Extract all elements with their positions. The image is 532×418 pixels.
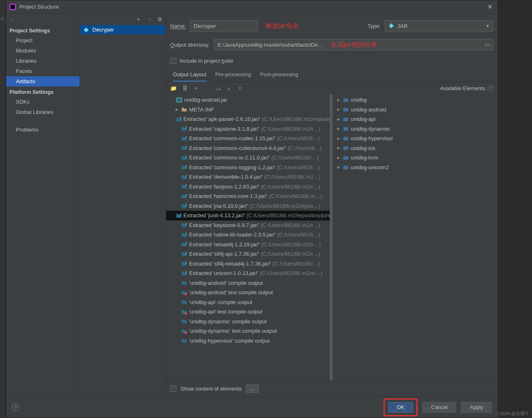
layout-node[interactable]: unidbg-android.jar <box>166 95 333 105</box>
layout-node[interactable]: Extracted 'unicorn-1.0.13.jar/' (C:/User… <box>166 268 333 278</box>
available-node[interactable]: ▶unidbg-kvm <box>333 153 498 163</box>
layout-node[interactable]: Extracted 'native-lib-loader-2.3.5.jar/'… <box>166 230 333 240</box>
available-node[interactable]: ▶unidbg-hypervisor <box>333 134 498 143</box>
nav-item-global-libraries[interactable]: Global Libraries <box>6 107 80 117</box>
node-label: unidbg-api <box>351 116 376 122</box>
cancel-button[interactable]: Cancel <box>422 402 456 413</box>
expand-icon[interactable]: ▶ <box>336 127 341 131</box>
expand-icon[interactable]: ▶ <box>336 98 341 102</box>
layout-node[interactable]: 'unidbg-dynarmic' compile output <box>166 317 333 327</box>
move-up-icon[interactable]: ▲ <box>226 85 232 91</box>
layout-node[interactable]: Extracted 'reload4j-1.2.19.jar/' (C:/Use… <box>166 240 333 250</box>
node-label: 'unidbg-android' test compile output <box>189 289 273 295</box>
tab-output-layout[interactable]: Output Layout <box>173 71 206 82</box>
copy-icon[interactable]: ⧉ <box>158 16 162 23</box>
layout-node[interactable]: Extracted 'commons-codec-1.15.jar/' (C:/… <box>166 134 333 143</box>
expand-icon[interactable]: ▶ <box>336 117 341 121</box>
artifacts-toolbar: ＋ － ⧉ <box>80 14 166 25</box>
layout-node[interactable]: Extracted 'keystone-0.9.7.jar/' (C:/User… <box>166 220 333 230</box>
artifact-item[interactable]: Decryper <box>80 25 166 34</box>
available-node[interactable]: ▶unidbg-android <box>333 105 498 115</box>
available-node[interactable]: ▶unidbg-unicorn2 <box>333 163 498 173</box>
outdir-field[interactable]: E:\JavaApp\unidbg-master\out\artifacts\D… <box>214 39 493 50</box>
nav-forward-icon[interactable]: → <box>20 16 25 23</box>
output-layout-tree[interactable]: unidbg-android.jar▶META-INFExtracted 'ap… <box>166 94 333 381</box>
dir2-icon <box>181 290 187 295</box>
new-archive-icon[interactable]: 🗄 <box>183 85 188 91</box>
remove-item-icon[interactable]: － <box>205 84 210 92</box>
sort-icon[interactable]: ↓ₐ <box>216 85 221 91</box>
project-structure-dialog: Project Structure ✕ ← → Project Settings… <box>6 0 498 418</box>
expand-icon[interactable]: ▶ <box>336 146 341 150</box>
annotation-outdir: 生成jar包的目录 <box>331 41 377 49</box>
layout-node[interactable]: 'unidbg-api' compile output <box>166 298 333 307</box>
show-content-checkbox[interactable] <box>170 386 176 392</box>
layout-node[interactable]: Extracted 'jna-5.10.0.jar/' (C:/Users/86… <box>166 201 333 211</box>
node-path: (C:/Users/86188/.m2/re…) <box>260 270 322 276</box>
close-icon[interactable]: ✕ <box>486 3 494 11</box>
layout-node[interactable]: 'unidbg-dynarmic' test compile output <box>166 326 333 336</box>
layout-node[interactable]: 'unidbg-android' compile output <box>166 278 333 288</box>
tab-post-processing[interactable]: Post-processing <box>260 71 298 82</box>
expand-icon[interactable]: ▶ <box>336 165 341 169</box>
layout-node[interactable]: 'unidbg-hypervisor' compile output <box>166 336 333 346</box>
layout-node[interactable]: Extracted 'hamcrest-core-1.3.jar/' (C:/U… <box>166 191 333 201</box>
layout-node[interactable]: Extracted 'junit-4.13.2.jar/' (C:/Users/… <box>166 211 333 220</box>
expand-icon[interactable]: ▶ <box>336 136 341 141</box>
nav-item-modules[interactable]: Modules <box>6 45 80 56</box>
nav-item-libraries[interactable]: Libraries <box>6 56 80 66</box>
layout-node[interactable]: ▶META-INF <box>166 105 333 115</box>
nav-item-artifacts[interactable]: Artifacts <box>6 76 80 86</box>
show-content-ellipsis[interactable]: … <box>246 384 259 393</box>
available-node[interactable]: ▶unidbg-api <box>333 114 498 124</box>
move-down-icon[interactable]: ▼ <box>237 85 242 91</box>
layout-node[interactable]: Extracted 'slf4j-reload4j-1.7.36.jar/' (… <box>166 259 333 269</box>
help-button[interactable]: ? <box>12 404 19 411</box>
svg-point-5 <box>185 293 187 295</box>
nav-back-icon[interactable]: ← <box>9 16 15 23</box>
nav-item-project[interactable]: Project <box>6 35 80 45</box>
name-input[interactable] <box>190 20 258 32</box>
layout-node[interactable]: 'unidbg-api' test compile output <box>166 307 333 317</box>
expand-icon[interactable]: ▶ <box>336 107 341 111</box>
nav-item-facets[interactable]: Facets <box>6 66 80 76</box>
available-elements-tree[interactable]: ▶unidbg▶unidbg-android▶unidbg-api▶unidbg… <box>333 94 498 381</box>
nav-item-problems[interactable]: Problems <box>6 125 80 135</box>
browse-icon[interactable]: 🗁 <box>485 42 490 48</box>
annotation-name: 修改jar包名 <box>265 22 299 30</box>
remove-icon[interactable]: － <box>147 16 152 23</box>
ok-button[interactable]: OK <box>388 402 413 413</box>
available-node[interactable]: ▶unidbg-dynarmic <box>333 124 498 134</box>
layout-node[interactable]: Extracted 'capstone-3.1.8.jar/' (C:/User… <box>166 124 333 134</box>
help-available-icon[interactable]: ? <box>488 85 493 91</box>
dir-icon <box>181 299 187 305</box>
nav-item-sdks[interactable]: SDKs <box>6 97 80 107</box>
ext-icon <box>181 136 187 141</box>
include-build-checkbox[interactable] <box>170 58 176 64</box>
available-node[interactable]: ▶unidbg <box>333 95 498 105</box>
svg-rect-15 <box>343 166 348 169</box>
layout-node[interactable]: Extracted 'commons-collections4-4.4.jar/… <box>166 143 333 153</box>
nav-section-project: Project Settings <box>6 25 80 35</box>
layout-node[interactable]: Extracted 'commons-logging-1.2.jar/' (C:… <box>166 163 333 173</box>
node-label: Extracted 'slf4j-reload4j-1.7.36.jar/' <box>189 261 271 267</box>
node-path: (C:/Users/86188/.m2/r…) <box>261 126 320 132</box>
tab-pre-processing[interactable]: Pre-processing <box>215 71 251 82</box>
node-label: 'unidbg-api' compile output <box>189 299 252 305</box>
layout-node[interactable]: 'unidbg-android' test compile output <box>166 288 333 298</box>
type-combo[interactable]: JAR ▼ <box>385 20 493 32</box>
layout-node[interactable]: Extracted 'commons-io-2.11.0.jar/' (C:/U… <box>166 153 333 163</box>
expand-icon[interactable]: ▶ <box>336 156 341 160</box>
apply-button[interactable]: Apply <box>461 402 492 413</box>
node-label: 'unidbg-hypervisor' compile output <box>189 338 269 344</box>
layout-node[interactable]: Extracted 'slf4j-api-1.7.36.jar/' (C:/Us… <box>166 249 333 259</box>
layout-node[interactable]: Extracted 'demumble-1.0.4.jar/' (C:/User… <box>166 172 333 182</box>
new-folder-icon[interactable]: 📁 <box>170 85 177 91</box>
available-node[interactable]: ▶unidbg-ios <box>333 143 498 153</box>
node-label: Extracted 'commons-collections4-4.4.jar/… <box>189 145 286 151</box>
layout-node[interactable]: Extracted 'apk-parser-2.6.10.jar/' (C:/U… <box>166 114 333 124</box>
expand-icon[interactable]: ▶ <box>174 107 179 111</box>
add-icon[interactable]: ＋ <box>136 16 141 23</box>
layout-node[interactable]: Extracted 'fastjson-1.2.83.jar/' (C:/Use… <box>166 182 333 192</box>
add-copy-icon[interactable]: ＋ <box>194 84 199 92</box>
